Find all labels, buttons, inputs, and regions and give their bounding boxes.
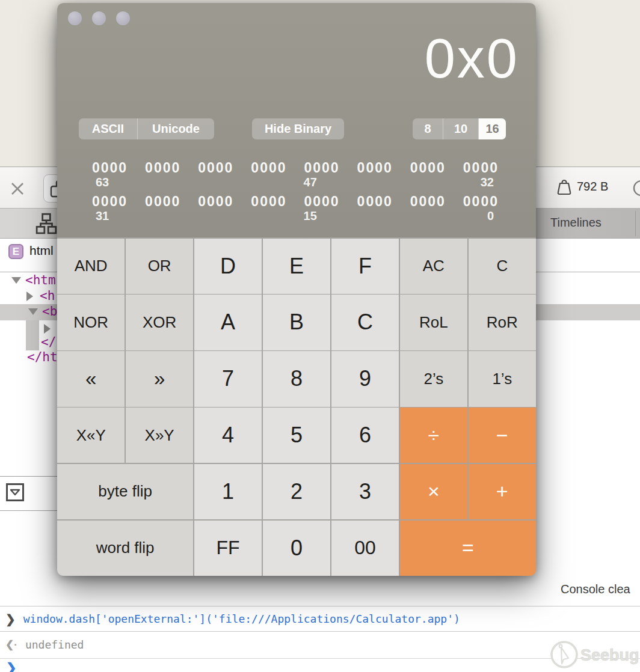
triangle-down-icon [10,489,20,496]
bit-label: 0 [487,209,494,223]
timer-icon-partial[interactable] [632,180,640,197]
key-5[interactable]: 5 [263,408,330,463]
key-4[interactable]: 4 [194,408,262,463]
calculator-window: 0x0 ASCII Unicode Hide Binary 8 10 16 00… [57,3,536,576]
key-xor[interactable]: XOR [126,295,193,350]
console-result-text: undefined [25,638,84,651]
key-x-shift-left-y[interactable]: X«Y [57,408,125,463]
tree-node-close-body[interactable]: </ [41,334,56,350]
key-2[interactable]: 2 [263,464,330,519]
tree-node-html[interactable]: <htm [25,272,56,288]
key-6[interactable]: 6 [331,408,399,463]
node-tree-icon[interactable] [35,213,57,234]
key-0[interactable]: 0 [263,521,330,576]
return-value-icon: ❮· [5,638,17,651]
base-16-button[interactable]: 16 [479,118,506,139]
base-segmented-control: 8 10 16 [413,118,506,139]
key-multiply[interactable]: × [400,464,467,519]
key-clear[interactable]: C [469,239,536,294]
executed-prompt-icon: ❯ [5,612,16,626]
tree-child-guide [26,320,39,350]
resource-size-label: 792 B [577,180,608,194]
key-9[interactable]: 9 [331,351,399,406]
key-hex-f[interactable]: F [331,239,399,294]
encoding-segmented-control: ASCII Unicode [79,118,214,139]
key-and[interactable]: AND [57,239,125,294]
binary-bits-row-low[interactable]: 0000 0000 0000 0000 0000 0000 0000 0000 [92,194,499,209]
seebug-watermark: Seebug [543,638,639,672]
unicode-button[interactable]: Unicode [138,118,214,139]
ascii-button[interactable]: ASCII [79,118,138,139]
key-byte-flip[interactable]: byte flip [57,464,193,519]
key-rol[interactable]: RoL [400,295,467,350]
key-shift-left[interactable]: « [57,351,125,406]
disclosure-closed-icon[interactable] [44,324,51,334]
key-7[interactable]: 7 [194,351,262,406]
bit-label: 63 [96,176,109,189]
console-input-prompt-icon[interactable]: ❯ [6,661,17,672]
key-equals[interactable]: = [400,521,536,576]
base-10-button[interactable]: 10 [443,118,479,139]
close-window-button[interactable] [68,11,82,25]
sidebar-divider [0,510,58,511]
key-1[interactable]: 1 [194,464,262,519]
console-command-text: window.dash['openExternal:']('file:///Ap… [23,612,460,625]
base-8-button[interactable]: 8 [413,118,443,139]
binary-bit-labels-high: 63 47 32 [92,176,499,190]
disclosure-open-icon[interactable] [11,277,21,284]
key-ac[interactable]: AC [400,239,467,294]
bit-label: 32 [481,176,494,189]
window-controls [68,11,130,25]
key-twos-complement[interactable]: 2’s [400,351,467,406]
key-hex-c[interactable]: C [331,295,399,350]
tree-node-head[interactable]: <h [40,288,55,304]
disclosure-open-icon[interactable] [28,308,38,315]
key-ff[interactable]: FF [194,521,262,576]
calculator-display: 0x0 [425,27,519,90]
hide-binary-control: Hide Binary [252,118,344,139]
key-hex-b[interactable]: B [263,295,330,350]
seebug-watermark-text: Seebug [580,646,639,664]
key-nor[interactable]: NOR [57,295,125,350]
bit-label: 31 [96,209,109,223]
resource-size-indicator: 792 B [557,178,608,195]
tab-divider [635,211,636,236]
key-3[interactable]: 3 [331,464,399,519]
key-plus[interactable]: + [469,464,536,519]
key-x-shift-right-y[interactable]: X»Y [126,408,193,463]
key-or[interactable]: OR [126,239,193,294]
console-status-text: Console clea [561,582,630,596]
key-hex-d[interactable]: D [194,239,262,294]
key-hex-a[interactable]: A [194,295,262,350]
element-type-badge: E [8,244,23,259]
key-shift-right[interactable]: » [126,351,193,406]
key-ones-complement[interactable]: 1’s [469,351,536,406]
bit-label: 47 [304,176,317,189]
tab-timelines[interactable]: Timelines [550,216,602,230]
sidebar-divider [0,476,58,477]
tree-node-body[interactable]: <b [42,304,57,319]
key-minus[interactable]: − [469,408,536,463]
calculator-keypad: AND OR D E F AC C NOR XOR A B C RoL RoR … [57,237,536,576]
document-root-label[interactable]: html [29,243,54,258]
key-divide[interactable]: ÷ [400,408,467,463]
disclosure-closed-icon[interactable] [26,292,33,301]
weight-icon [557,178,571,195]
key-word-flip[interactable]: word flip [57,521,193,576]
minimize-window-button[interactable] [92,11,106,25]
key-8[interactable]: 8 [263,351,330,406]
bit-label: 15 [304,209,317,223]
console-drawer-button[interactable] [6,483,24,501]
zoom-window-button[interactable] [116,11,130,25]
key-hex-e[interactable]: E [263,239,330,294]
binary-bit-labels-low: 31 15 0 [92,209,499,224]
hide-binary-button[interactable]: Hide Binary [252,118,344,139]
close-icon[interactable] [10,181,25,197]
key-ror[interactable]: RoR [469,295,536,350]
tree-node-close-html[interactable]: </ht [27,349,58,365]
binary-bits-row-high[interactable]: 0000 0000 0000 0000 0000 0000 0000 0000 [92,160,499,175]
console-command-row: ❯ window.dash['openExternal:']('file:///… [0,606,640,631]
key-00[interactable]: 00 [331,521,399,576]
